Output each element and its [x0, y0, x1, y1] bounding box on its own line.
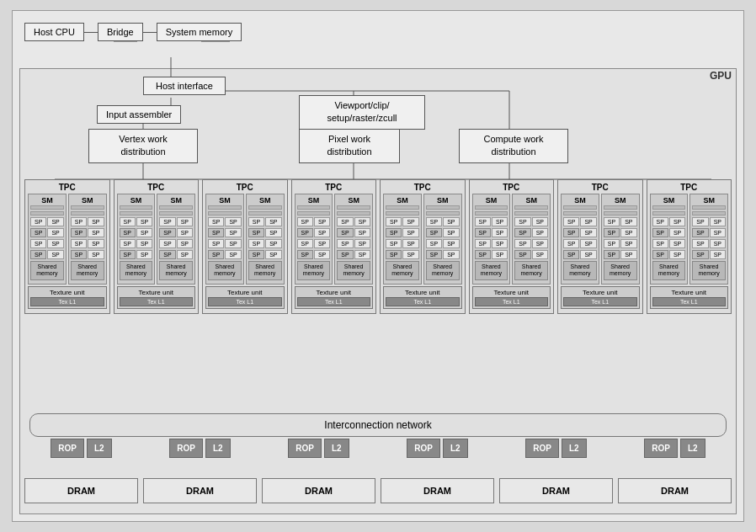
sp-cell: SP — [120, 239, 136, 248]
sp-grid: SPSP — [426, 250, 460, 259]
tex-l1: Tex L1 — [120, 297, 194, 306]
sp-grid: SPSP — [208, 239, 242, 248]
sp-grid: SPSP — [159, 217, 193, 226]
tpc-label: TPC — [205, 183, 285, 192]
shared-memory: Shared memory — [652, 261, 686, 280]
sp-cell: SP — [620, 239, 636, 248]
tpc-block: TPCSMSPSPSPSPSPSPSPSPShared memorySMSPSP… — [557, 179, 643, 314]
sp-cell: SP — [248, 217, 264, 226]
shared-memory: Shared memory — [337, 261, 370, 280]
sp-grid: SPSP — [30, 228, 64, 237]
sp-cell: SP — [652, 217, 668, 226]
sp-grid: SPSP — [563, 217, 597, 226]
sp-cell: SP — [314, 239, 330, 248]
l2-box: L2 — [443, 439, 468, 458]
sp-grid: SPSP — [692, 250, 726, 259]
sp-cell: SP — [402, 228, 418, 237]
sp-cell: SP — [88, 239, 104, 248]
shared-memory: Shared memory — [248, 261, 282, 280]
tex-l1: Tex L1 — [297, 297, 371, 306]
sm-block: SMSPSPSPSPSPSPSPSPShared memory — [28, 194, 67, 285]
tex-l1: Tex L1 — [208, 297, 282, 306]
sp-cell: SP — [426, 217, 442, 226]
sp-cell: SP — [669, 217, 685, 226]
sm-label: SM — [652, 196, 686, 205]
sp-cell: SP — [88, 250, 104, 259]
sp-cell: SP — [386, 239, 402, 248]
sp-cell: SP — [492, 250, 508, 259]
sp-grid: SPSP — [120, 217, 153, 226]
sp-cell: SP — [225, 239, 241, 248]
sp-cell: SP — [386, 250, 402, 259]
dram-box: DRAM — [381, 478, 494, 503]
sp-grid: SPSP — [30, 250, 64, 259]
sm-block: SMSPSPSPSPSPSPSPSPShared memory — [601, 194, 640, 285]
sm-block: SMSPSPSPSPSPSPSPSPShared memory — [512, 194, 551, 285]
sp-cell: SP — [265, 217, 281, 226]
sm-label: SM — [159, 196, 193, 205]
sm-block: SMSPSPSPSPSPSPSPSPShared memory — [472, 194, 511, 285]
sp-grid: SPSP — [386, 228, 419, 237]
sp-cell: SP — [208, 250, 224, 259]
sp-cell: SP — [88, 217, 104, 226]
sp-cell: SP — [563, 228, 579, 237]
sp-cell: SP — [314, 217, 330, 226]
sm-label: SM — [208, 196, 242, 205]
sp-cell: SP — [532, 250, 548, 259]
shared-memory: Shared memory — [604, 261, 637, 280]
sp-grid: SPSP — [652, 250, 686, 259]
texture-unit-label: Texture unit — [652, 289, 727, 296]
sp-cell: SP — [532, 239, 548, 248]
sp-cell: SP — [402, 239, 418, 248]
sp-grid: SPSP — [692, 239, 726, 248]
sp-cell: SP — [314, 228, 330, 237]
sp-grid: SPSP — [248, 217, 282, 226]
sp-cell: SP — [443, 217, 459, 226]
sp-cell: SP — [159, 217, 175, 226]
tpc-block: TPCSMSPSPSPSPSPSPSPSPShared memorySMSPSP… — [202, 179, 288, 314]
rop-group: ROPL2 — [288, 439, 349, 458]
sp-cell: SP — [563, 217, 579, 226]
tex-l1: Tex L1 — [652, 297, 727, 306]
sp-cell: SP — [426, 239, 442, 248]
sp-cell: SP — [580, 217, 596, 226]
sm-block: SMSPSPSPSPSPSPSPSPShared memory — [334, 194, 373, 285]
sp-grid: SPSP — [692, 217, 726, 226]
tpc-label: TPC — [28, 183, 107, 192]
tex-l1: Tex L1 — [475, 297, 549, 306]
tpc-label: TPC — [650, 183, 729, 192]
sp-grid: SPSP — [71, 217, 104, 226]
sp-grid: SPSP — [248, 250, 282, 259]
sp-cell: SP — [386, 217, 402, 226]
sp-cell: SP — [297, 239, 313, 248]
sp-cell: SP — [710, 239, 726, 248]
dram-box: DRAM — [24, 478, 138, 503]
texture-unit: Texture unitTex L1 — [561, 286, 640, 309]
sm-block: SMSPSPSPSPSPSPSPSPShared memory — [68, 194, 107, 285]
sp-grid: SPSP — [337, 250, 370, 259]
sp-cell: SP — [297, 250, 313, 259]
sp-cell: SP — [692, 250, 708, 259]
sp-cell: SP — [208, 217, 224, 226]
shared-memory: Shared memory — [297, 261, 331, 280]
interconnect-box: Interconnection network — [29, 413, 727, 437]
tpc-label: TPC — [561, 183, 640, 192]
sp-cell: SP — [177, 217, 193, 226]
l2-box: L2 — [324, 439, 349, 458]
tex-l1: Tex L1 — [30, 297, 104, 306]
dram-box: DRAM — [618, 478, 732, 503]
sp-cell: SP — [297, 217, 313, 226]
sp-cell: SP — [514, 217, 530, 226]
sp-grid: SPSP — [71, 228, 104, 237]
tpc-label: TPC — [117, 183, 196, 192]
sm-label: SM — [692, 196, 726, 205]
sp-grid: SPSP — [297, 217, 331, 226]
sp-cell: SP — [475, 217, 491, 226]
sm-block: SMSPSPSPSPSPSPSPSPShared memory — [205, 194, 244, 285]
tpc-block: TPCSMSPSPSPSPSPSPSPSPShared memorySMSPSP… — [114, 179, 200, 314]
sp-cell: SP — [136, 217, 152, 226]
input-assembler-box: Input assembler — [97, 105, 181, 124]
sp-grid: SPSP — [475, 217, 508, 226]
sp-cell: SP — [604, 239, 620, 248]
sp-cell: SP — [402, 250, 418, 259]
